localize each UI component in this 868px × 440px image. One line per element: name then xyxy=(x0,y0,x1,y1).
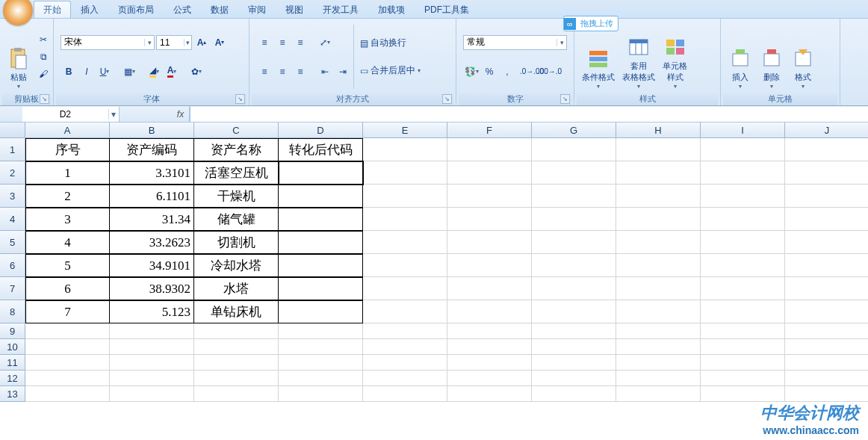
delete-cells-button[interactable]: 删除▾ xyxy=(756,22,787,92)
cell[interactable] xyxy=(447,386,532,402)
cell[interactable]: 38.9302 xyxy=(110,277,194,300)
format-as-table-button[interactable]: 套用 表格格式▾ xyxy=(619,22,659,92)
select-all-corner[interactable] xyxy=(0,123,25,138)
cell[interactable] xyxy=(279,231,363,254)
cell[interactable] xyxy=(110,371,194,386)
tab-3[interactable]: 公式 xyxy=(164,1,201,18)
cell[interactable]: 单钻床机 xyxy=(194,300,279,323)
align-center-button[interactable]: ≡ xyxy=(274,63,291,80)
cell[interactable] xyxy=(194,386,279,402)
cell[interactable] xyxy=(616,277,701,300)
cell[interactable] xyxy=(25,355,110,371)
cell[interactable] xyxy=(532,161,616,185)
cell[interactable] xyxy=(194,339,279,355)
underline-button[interactable]: U▾ xyxy=(96,63,113,80)
insert-cells-button[interactable]: 插入▾ xyxy=(725,22,756,92)
tab-1[interactable]: 插入 xyxy=(71,1,108,18)
cell[interactable] xyxy=(532,339,616,355)
cell[interactable] xyxy=(279,371,363,386)
column-header[interactable]: A xyxy=(25,123,110,138)
row-header[interactable]: 6 xyxy=(0,254,25,277)
cell[interactable] xyxy=(616,300,701,323)
cell[interactable] xyxy=(532,371,616,386)
cell[interactable] xyxy=(532,254,616,277)
cell[interactable] xyxy=(616,339,701,355)
format-cells-button[interactable]: 格式▾ xyxy=(787,22,819,92)
cell[interactable] xyxy=(25,371,110,386)
tab-5[interactable]: 审阅 xyxy=(238,1,276,18)
tab-7[interactable]: 开发工具 xyxy=(313,1,368,18)
cell[interactable] xyxy=(447,371,532,386)
dialog-launcher-icon[interactable]: ↘ xyxy=(235,94,245,104)
cell[interactable] xyxy=(616,161,701,185)
cell[interactable] xyxy=(616,355,701,371)
format-painter-button[interactable]: 🖌 xyxy=(35,66,52,82)
phonetic-button[interactable]: ✿▾ xyxy=(188,63,205,80)
cell[interactable] xyxy=(532,300,616,323)
font-name-input[interactable] xyxy=(61,37,144,48)
tab-0[interactable]: 开始 xyxy=(34,1,71,18)
cell[interactable] xyxy=(363,185,447,208)
decrease-indent-button[interactable]: ⇤ xyxy=(317,63,333,80)
cell[interactable]: 1 xyxy=(25,161,110,185)
cell[interactable] xyxy=(194,371,279,386)
cell[interactable] xyxy=(110,355,194,371)
conditional-formatting-button[interactable]: 条件格式▾ xyxy=(578,22,619,92)
cell[interactable] xyxy=(785,386,868,402)
shrink-font-button[interactable]: A▾ xyxy=(211,34,228,51)
cell[interactable] xyxy=(363,371,447,386)
number-format-combo[interactable]: ▾ xyxy=(463,35,567,50)
cell[interactable] xyxy=(25,323,110,339)
cell[interactable] xyxy=(701,371,785,386)
copy-button[interactable]: ⧉ xyxy=(35,49,52,65)
grow-font-button[interactable]: A▴ xyxy=(193,34,210,51)
cell[interactable] xyxy=(279,300,363,323)
tab-6[interactable]: 视图 xyxy=(276,1,313,18)
cell[interactable] xyxy=(701,339,785,355)
cell[interactable]: 5 xyxy=(25,254,110,277)
cell[interactable]: 序号 xyxy=(25,138,110,161)
border-button[interactable]: ▦▾ xyxy=(121,63,137,80)
cell[interactable] xyxy=(447,161,532,185)
cell[interactable] xyxy=(616,185,701,208)
cell[interactable] xyxy=(279,386,363,402)
cell[interactable] xyxy=(701,355,785,371)
row-header[interactable]: 10 xyxy=(0,339,25,355)
cell[interactable] xyxy=(110,386,194,402)
cell[interactable] xyxy=(363,208,447,231)
cell[interactable] xyxy=(447,138,532,161)
comma-button[interactable]: , xyxy=(499,63,515,80)
paste-button[interactable]: 粘贴 ▾ xyxy=(4,22,34,92)
column-header[interactable]: F xyxy=(447,123,532,138)
cell[interactable] xyxy=(616,208,701,231)
cell[interactable]: 33.2623 xyxy=(110,231,194,254)
dialog-launcher-icon[interactable]: ↘ xyxy=(40,94,49,104)
cell[interactable]: 31.34 xyxy=(110,208,194,231)
cell[interactable] xyxy=(785,254,868,277)
column-header[interactable]: D xyxy=(279,123,363,138)
cell[interactable] xyxy=(701,386,785,402)
cell[interactable] xyxy=(785,300,868,323)
fill-color-button[interactable]: ◢▾ xyxy=(146,63,162,80)
cell[interactable] xyxy=(701,254,785,277)
cell[interactable] xyxy=(447,208,532,231)
cell[interactable] xyxy=(447,323,532,339)
cell[interactable] xyxy=(194,323,279,339)
cell[interactable] xyxy=(279,355,363,371)
cell[interactable] xyxy=(785,355,868,371)
cell[interactable]: 6 xyxy=(25,277,110,300)
cell[interactable] xyxy=(532,323,616,339)
cell[interactable] xyxy=(785,138,868,161)
column-header[interactable]: C xyxy=(194,123,279,138)
cell[interactable] xyxy=(616,231,701,254)
tab-8[interactable]: 加载项 xyxy=(368,1,415,18)
tab-2[interactable]: 页面布局 xyxy=(108,1,164,18)
cell[interactable] xyxy=(279,323,363,339)
column-header[interactable]: B xyxy=(110,123,194,138)
dropdown-icon[interactable]: ▾ xyxy=(557,39,566,46)
cell[interactable] xyxy=(363,161,447,185)
currency-button[interactable]: 💱▾ xyxy=(463,63,480,80)
cell[interactable] xyxy=(363,386,447,402)
upload-badge[interactable]: ∞ 拖拽上传 xyxy=(563,16,619,31)
row-header[interactable]: 7 xyxy=(0,277,25,300)
